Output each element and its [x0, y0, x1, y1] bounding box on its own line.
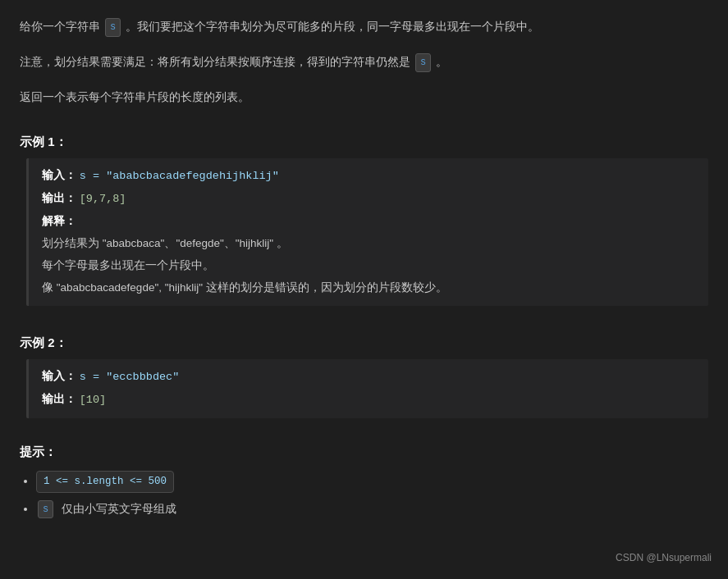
example-1-title: 示例 1：	[20, 131, 708, 153]
example-2: 示例 2： 输入： s = "eccbbbdec" 输出： [10]	[20, 332, 708, 418]
intro-badge-s1: s	[105, 18, 121, 38]
example-2-input-value: s = "eccbbbdec"	[80, 371, 180, 383]
example-1-input: 输入： s = "ababcbacadefegdehijhklij"	[42, 166, 695, 186]
hints-title: 提示：	[20, 441, 708, 463]
example-2-input: 输入： s = "eccbbbdec"	[42, 367, 695, 387]
example-1-explain-label-text: 解释：	[42, 215, 76, 227]
intro-text-pre1: 给你一个字符串	[20, 20, 100, 33]
example-2-box: 输入： s = "eccbbbdec" 输出： [10]	[26, 359, 708, 418]
intro-text-post1: 。我们要把这个字符串划分为尽可能多的片段，同一字母最多出现在一个片段中。	[126, 20, 539, 33]
intro-badge-s2: s	[415, 53, 431, 73]
example-1-explain-line3: 像 "ababcbacadefegde", "hijhklij" 这样的划分是错…	[42, 279, 695, 298]
hints-section: 提示： 1 <= s.length <= 500 s 仅由小写英文字母组成	[20, 441, 708, 519]
example-1-input-label: 输入：	[42, 169, 76, 181]
intro-paragraph-1: 给你一个字符串 s 。我们要把这个字符串划分为尽可能多的片段，同一字母最多出现在…	[20, 16, 708, 37]
watermark: CSDN @LNsupermali	[616, 549, 712, 566]
example-1-input-value: s = "ababcbacadefegdehijhklij"	[80, 170, 279, 182]
example-1-output-value: [9,7,8]	[80, 193, 126, 205]
intro-paragraph-2: 注意，划分结果需要满足：将所有划分结果按顺序连接，得到的字符串仍然是 s 。	[20, 52, 708, 72]
hint-1-badge: 1 <= s.length <= 500	[36, 471, 174, 493]
example-2-output: 输出： [10]	[42, 390, 695, 410]
example-1-explain-label: 解释：	[42, 212, 695, 231]
example-2-output-value: [10]	[80, 394, 106, 406]
hint-item-2: s 仅由小写英文字母组成	[36, 499, 708, 519]
example-1: 示例 1： 输入： s = "ababcbacadefegdehijhklij"…	[20, 131, 708, 306]
intro-text-pre2: 注意，划分结果需要满足：将所有划分结果按顺序连接，得到的字符串仍然是	[20, 55, 410, 68]
intro-text-post2: 。	[436, 55, 447, 68]
hints-list: 1 <= s.length <= 500 s 仅由小写英文字母组成	[20, 471, 708, 519]
example-1-explain-line1: 划分结果为 "ababcbaca"、"defegde"、"hijhklij" 。	[42, 235, 695, 253]
hint-2-badge: s	[38, 500, 53, 518]
example-1-box: 输入： s = "ababcbacadefegdehijhklij" 输出： […	[26, 158, 708, 306]
intro-paragraph-3: 返回一个表示每个字符串片段的长度的列表。	[20, 87, 708, 107]
content-area: 给你一个字符串 s 。我们要把这个字符串划分为尽可能多的片段，同一字母最多出现在…	[20, 16, 708, 519]
example-1-output-label: 输出：	[42, 192, 76, 204]
example-1-explain-line2: 每个字母最多出现在一个片段中。	[42, 257, 695, 276]
example-2-input-label: 输入：	[42, 370, 76, 382]
hint-item-1: 1 <= s.length <= 500	[36, 471, 708, 493]
hint-2-text: 仅由小写英文字母组成	[62, 502, 176, 515]
example-2-output-label: 输出：	[42, 393, 76, 405]
example-1-output: 输出： [9,7,8]	[42, 189, 695, 209]
example-2-title: 示例 2：	[20, 332, 708, 353]
